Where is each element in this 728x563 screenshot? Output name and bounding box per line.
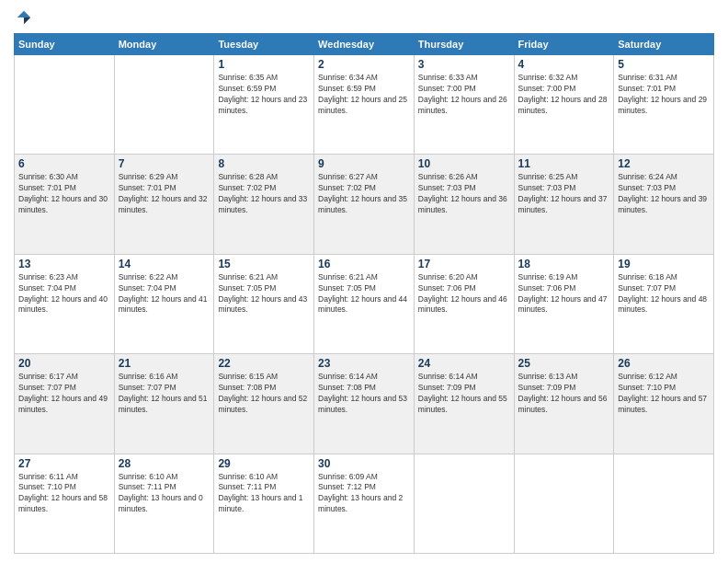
day-number: 4 (518, 58, 610, 71)
day-info: Sunrise: 6:09 AMSunset: 7:12 PMDaylight:… (318, 472, 410, 516)
day-number: 12 (618, 157, 710, 170)
day-number: 5 (618, 58, 710, 71)
day-number: 17 (418, 258, 510, 270)
svg-marker-1 (24, 17, 30, 24)
calendar-cell: 2Sunrise: 6:34 AMSunset: 6:59 PMDaylight… (314, 55, 415, 155)
weekday-header: Monday (114, 34, 214, 55)
day-info: Sunrise: 6:30 AMSunset: 7:01 PMDaylight:… (18, 172, 110, 216)
day-number: 27 (18, 457, 110, 470)
calendar-cell: 7Sunrise: 6:29 AMSunset: 7:01 PMDaylight… (114, 155, 214, 254)
day-info: Sunrise: 6:23 AMSunset: 7:04 PMDaylight:… (18, 272, 110, 316)
day-number: 18 (518, 258, 610, 270)
day-info: Sunrise: 6:15 AMSunset: 7:08 PMDaylight:… (218, 372, 310, 416)
day-info: Sunrise: 6:24 AMSunset: 7:03 PMDaylight:… (618, 172, 710, 216)
calendar-cell: 11Sunrise: 6:25 AMSunset: 7:03 PMDayligh… (514, 155, 614, 254)
calendar-cell: 10Sunrise: 6:26 AMSunset: 7:03 PMDayligh… (414, 155, 514, 254)
logo (14, 9, 32, 26)
calendar-cell (15, 55, 115, 155)
day-number: 6 (18, 157, 110, 170)
calendar-cell: 9Sunrise: 6:27 AMSunset: 7:02 PMDaylight… (314, 155, 415, 254)
day-info: Sunrise: 6:11 AMSunset: 7:10 PMDaylight:… (18, 472, 110, 516)
day-number: 16 (318, 258, 410, 270)
day-number: 9 (318, 157, 410, 170)
calendar-cell: 19Sunrise: 6:18 AMSunset: 7:07 PMDayligh… (614, 254, 714, 353)
day-number: 29 (218, 457, 310, 470)
day-number: 26 (618, 357, 710, 370)
day-info: Sunrise: 6:28 AMSunset: 7:02 PMDaylight:… (218, 172, 310, 216)
calendar-week-row: 6Sunrise: 6:30 AMSunset: 7:01 PMDaylight… (15, 155, 714, 254)
svg-marker-0 (17, 11, 30, 17)
calendar-cell: 20Sunrise: 6:17 AMSunset: 7:07 PMDayligh… (15, 354, 115, 454)
day-number: 15 (218, 258, 310, 270)
weekday-header: Thursday (414, 34, 514, 55)
day-info: Sunrise: 6:21 AMSunset: 7:05 PMDaylight:… (318, 272, 410, 316)
calendar-cell (614, 454, 714, 553)
day-info: Sunrise: 6:35 AMSunset: 6:59 PMDaylight:… (218, 73, 310, 117)
day-number: 22 (218, 357, 310, 370)
calendar-table: SundayMondayTuesdayWednesdayThursdayFrid… (14, 33, 714, 554)
calendar-header-row: SundayMondayTuesdayWednesdayThursdayFrid… (15, 34, 714, 55)
calendar-cell: 23Sunrise: 6:14 AMSunset: 7:08 PMDayligh… (314, 354, 415, 454)
calendar-week-row: 1Sunrise: 6:35 AMSunset: 6:59 PMDaylight… (15, 55, 714, 155)
day-info: Sunrise: 6:14 AMSunset: 7:08 PMDaylight:… (318, 372, 410, 416)
day-number: 3 (418, 58, 510, 71)
calendar-cell (414, 454, 514, 553)
weekday-header: Friday (514, 34, 614, 55)
calendar-cell: 5Sunrise: 6:31 AMSunset: 7:01 PMDaylight… (614, 55, 714, 155)
calendar-cell: 21Sunrise: 6:16 AMSunset: 7:07 PMDayligh… (114, 354, 214, 454)
logo-icon (16, 9, 32, 26)
day-info: Sunrise: 6:10 AMSunset: 7:11 PMDaylight:… (218, 472, 310, 516)
calendar-cell: 15Sunrise: 6:21 AMSunset: 7:05 PMDayligh… (214, 254, 314, 353)
day-number: 30 (318, 457, 410, 470)
day-info: Sunrise: 6:19 AMSunset: 7:06 PMDaylight:… (518, 272, 610, 316)
day-info: Sunrise: 6:32 AMSunset: 7:00 PMDaylight:… (518, 73, 610, 117)
calendar-cell (114, 55, 214, 155)
calendar-cell: 3Sunrise: 6:33 AMSunset: 7:00 PMDaylight… (414, 55, 514, 155)
calendar-cell: 14Sunrise: 6:22 AMSunset: 7:04 PMDayligh… (114, 254, 214, 353)
day-info: Sunrise: 6:21 AMSunset: 7:05 PMDaylight:… (218, 272, 310, 316)
day-info: Sunrise: 6:34 AMSunset: 6:59 PMDaylight:… (318, 73, 410, 117)
day-number: 2 (318, 58, 410, 71)
day-number: 20 (18, 357, 110, 370)
day-info: Sunrise: 6:18 AMSunset: 7:07 PMDaylight:… (618, 272, 710, 316)
logo-text (14, 9, 32, 26)
weekday-header: Sunday (15, 34, 115, 55)
day-info: Sunrise: 6:31 AMSunset: 7:01 PMDaylight:… (618, 73, 710, 117)
calendar-cell: 29Sunrise: 6:10 AMSunset: 7:11 PMDayligh… (214, 454, 314, 553)
day-info: Sunrise: 6:12 AMSunset: 7:10 PMDaylight:… (618, 372, 710, 416)
calendar-cell: 16Sunrise: 6:21 AMSunset: 7:05 PMDayligh… (314, 254, 415, 353)
day-info: Sunrise: 6:33 AMSunset: 7:00 PMDaylight:… (418, 73, 510, 117)
weekday-header: Wednesday (314, 34, 415, 55)
day-number: 1 (218, 58, 310, 71)
day-number: 25 (518, 357, 610, 370)
calendar-cell: 18Sunrise: 6:19 AMSunset: 7:06 PMDayligh… (514, 254, 614, 353)
calendar-cell (514, 454, 614, 553)
day-info: Sunrise: 6:14 AMSunset: 7:09 PMDaylight:… (418, 372, 510, 416)
day-info: Sunrise: 6:16 AMSunset: 7:07 PMDaylight:… (119, 372, 210, 416)
calendar-cell: 24Sunrise: 6:14 AMSunset: 7:09 PMDayligh… (414, 354, 514, 454)
day-number: 19 (618, 258, 710, 270)
calendar-cell: 25Sunrise: 6:13 AMSunset: 7:09 PMDayligh… (514, 354, 614, 454)
calendar-cell: 27Sunrise: 6:11 AMSunset: 7:10 PMDayligh… (15, 454, 115, 553)
page: SundayMondayTuesdayWednesdayThursdayFrid… (0, 0, 728, 563)
calendar-cell: 13Sunrise: 6:23 AMSunset: 7:04 PMDayligh… (15, 254, 115, 353)
day-number: 10 (418, 157, 510, 170)
calendar-week-row: 20Sunrise: 6:17 AMSunset: 7:07 PMDayligh… (15, 354, 714, 454)
day-info: Sunrise: 6:29 AMSunset: 7:01 PMDaylight:… (119, 172, 210, 216)
calendar-cell: 26Sunrise: 6:12 AMSunset: 7:10 PMDayligh… (614, 354, 714, 454)
calendar-cell: 28Sunrise: 6:10 AMSunset: 7:11 PMDayligh… (114, 454, 214, 553)
weekday-header: Saturday (614, 34, 714, 55)
day-number: 13 (18, 258, 110, 270)
day-number: 11 (518, 157, 610, 170)
day-info: Sunrise: 6:10 AMSunset: 7:11 PMDaylight:… (119, 472, 210, 516)
day-number: 8 (218, 157, 310, 170)
header (14, 9, 714, 26)
calendar-cell: 17Sunrise: 6:20 AMSunset: 7:06 PMDayligh… (414, 254, 514, 353)
day-info: Sunrise: 6:25 AMSunset: 7:03 PMDaylight:… (518, 172, 610, 216)
day-number: 14 (119, 258, 210, 270)
calendar-week-row: 27Sunrise: 6:11 AMSunset: 7:10 PMDayligh… (15, 454, 714, 553)
day-number: 24 (418, 357, 510, 370)
calendar-cell: 1Sunrise: 6:35 AMSunset: 6:59 PMDaylight… (214, 55, 314, 155)
day-info: Sunrise: 6:27 AMSunset: 7:02 PMDaylight:… (318, 172, 410, 216)
day-number: 28 (119, 457, 210, 470)
